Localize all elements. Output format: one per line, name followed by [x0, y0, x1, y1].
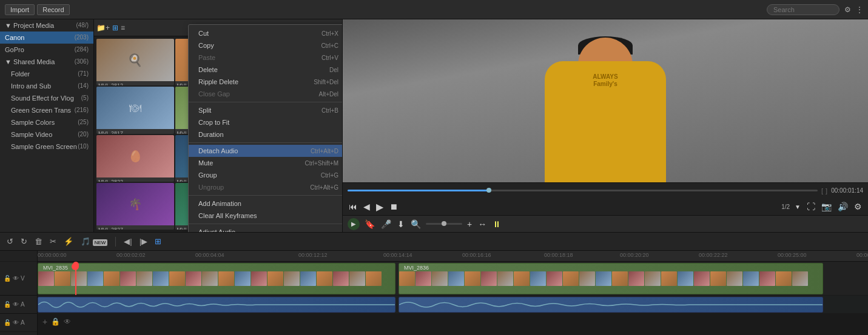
flag-button[interactable]: 🔖 — [363, 219, 376, 229]
mark-out-bracket: ] — [826, 187, 827, 194]
sidebar-item-sound[interactable]: Sound Effect for Vlog (5) — [0, 92, 93, 104]
cut-tl-button[interactable]: ✂ — [48, 237, 58, 246]
video-scene: ALWAYSFamily's — [343, 19, 868, 182]
sidebar-item-green-trans[interactable]: Green Screen Trans (216) — [0, 104, 93, 116]
play-button[interactable]: ▶ — [375, 201, 385, 213]
ctx-delete[interactable]: Delete Del — [189, 64, 343, 76]
track-lock-icon[interactable]: 🔓 — [4, 275, 11, 282]
lock-icon[interactable]: 🔒 — [51, 317, 60, 326]
sidebar-item-label: Canon — [5, 34, 24, 41]
preview-progress[interactable] — [348, 190, 818, 191]
sidebar-item-label: Sample Green Screen — [11, 143, 77, 150]
media-thumb-mvi2812[interactable]: 🍳 MVI_2812 — [96, 39, 174, 85]
eye2-icon[interactable]: 👁 — [64, 317, 71, 326]
fit-button[interactable]: ↔ — [477, 219, 488, 229]
sidebar-item-shared-media[interactable]: ▼ Shared Media (306) — [0, 56, 93, 68]
sidebar-item-label: Green Screen Trans — [11, 107, 71, 114]
pause-render-button[interactable]: ⏸ — [491, 219, 502, 229]
ctx-cut[interactable]: Cut Ctrl+X — [189, 27, 343, 39]
sidebar-item-sample-colors[interactable]: Sample Colors (25) — [0, 116, 93, 128]
ctx-close-gap: Close Gap Alt+Del — [189, 88, 343, 100]
track-eye-icon-a2[interactable]: 👁 — [13, 319, 19, 326]
volume-button[interactable]: 🔊 — [836, 202, 849, 211]
video-clip-2[interactable]: MVI_2836 — [399, 263, 823, 294]
progress-handle[interactable] — [486, 188, 491, 193]
sidebar-item-project-media[interactable]: ▼ Project Media (48/) — [0, 19, 93, 32]
clip-frame — [596, 271, 611, 286]
undo-button[interactable]: ↺ — [5, 237, 15, 246]
timeline-area: ↺ ↻ 🗑 ✂ ⚡ 🎵 NEW ◀| |▶ ⊞ 🔓 👁 V 🔓 👁 A 🔓 — [0, 232, 868, 335]
play-back-button[interactable]: ◀ — [362, 202, 371, 211]
more-icon[interactable]: ⋮ — [856, 5, 863, 14]
ctx-clear-keyframes[interactable]: Clear All Keyframes — [189, 210, 343, 222]
snapshot-button[interactable]: 📷 — [820, 202, 833, 211]
zoom-in-button[interactable]: + — [466, 219, 473, 229]
stop-button[interactable]: ⏹ — [388, 202, 399, 211]
ctx-split[interactable]: Split Ctrl+B — [189, 104, 343, 116]
audio-clip-2[interactable] — [399, 297, 823, 313]
media-thumb-mvi2822[interactable]: 🥚 MVI_2822 — [96, 135, 174, 182]
clip-frame — [186, 271, 201, 286]
clip-frame — [792, 271, 808, 286]
sidebar-item-sample-green[interactable]: Sample Green Screen (10) — [0, 141, 93, 153]
audio-track-row-1 — [38, 296, 868, 314]
prev-marker-button[interactable]: ◀| — [122, 237, 133, 246]
add-folder-icon[interactable]: 📁+ — [96, 24, 110, 32]
sidebar-item-label: Sound Effect for Vlog — [11, 95, 74, 102]
track-lock-icon-a1[interactable]: 🔓 — [4, 301, 11, 308]
track-eye-icon-a1[interactable]: 👁 — [13, 301, 19, 308]
video-person-body: ALWAYSFamily's — [545, 61, 666, 182]
zoom-handle[interactable] — [442, 221, 446, 226]
sidebar-item-gopro[interactable]: GoPro (284) — [0, 44, 93, 56]
mic-button[interactable]: 🎤 — [380, 219, 392, 229]
ctx-adjust-audio[interactable]: Adjust Audio — [189, 226, 343, 232]
video-clip-1[interactable]: MVI_2835 — [38, 263, 395, 294]
split-audio-button[interactable]: 🎵 NEW — [79, 237, 109, 246]
add-track-icon[interactable]: + — [42, 317, 47, 327]
snap-button[interactable]: ⊞ — [153, 237, 163, 246]
track-lock-icon-a2[interactable]: 🔓 — [4, 319, 11, 326]
media-thumb-mvi2827[interactable]: 🌴 MVI_2827 — [96, 183, 174, 230]
search-input[interactable] — [767, 4, 839, 15]
sidebar-item-folder[interactable]: Folder (71) — [0, 68, 93, 80]
zoom-slider[interactable] — [426, 223, 462, 225]
delete-tl-button[interactable]: 🗑 — [33, 237, 44, 246]
ctx-detach-audio[interactable]: Detach Audio Ctrl+Alt+D — [189, 145, 343, 157]
ctx-add-animation[interactable]: Add Animation — [189, 197, 343, 210]
sidebar-item-label: Sample Colors — [11, 119, 55, 126]
thumb-label: MVI_2812 — [96, 81, 174, 85]
ctx-mute[interactable]: Mute Ctrl+Shift+M — [189, 157, 343, 169]
play-circle-button[interactable]: ▶ — [348, 218, 360, 230]
clip-frame — [120, 271, 136, 286]
import-to-timeline-button[interactable]: ⬇ — [396, 219, 406, 229]
sidebar-item-canon[interactable]: Canon (203) — [0, 32, 93, 44]
record-button[interactable]: Record — [37, 4, 69, 15]
clip-frame — [710, 271, 726, 286]
sidebar-item-intro[interactable]: Intro and Sub (14) — [0, 80, 93, 92]
clip-frame — [776, 271, 792, 286]
sidebar-item-sample-video[interactable]: Sample Video (20) — [0, 128, 93, 141]
skip-back-button[interactable]: ⏮ — [348, 202, 358, 211]
media-thumb-mvi2817[interactable]: 🍽 MVI_2817 — [96, 87, 174, 133]
zoom-out-button[interactable]: 🔍 — [409, 219, 422, 229]
effects-button[interactable]: ⚡ — [62, 237, 75, 246]
audio-clip-1[interactable] — [38, 297, 395, 313]
grid-view-icon[interactable]: ⊞ — [112, 24, 118, 32]
redo-button[interactable]: ↻ — [19, 237, 29, 246]
preview-seekbar-row: [ ] 00:00:01:14 — [343, 182, 868, 198]
list-view-icon[interactable]: ≡ — [121, 24, 125, 32]
ctx-crop-to-fit[interactable]: Crop to Fit — [189, 116, 343, 128]
next-marker-button[interactable]: |▶ — [138, 237, 149, 246]
ctx-duration[interactable]: Duration — [189, 128, 343, 141]
ctx-ripple-delete[interactable]: Ripple Delete Shift+Del — [189, 76, 343, 88]
clip-label-1: MVI_2835 — [41, 265, 70, 271]
filter-icon[interactable]: ⚙ — [844, 5, 851, 14]
settings-button[interactable]: ⚙ — [853, 202, 863, 211]
playhead-marker — [72, 263, 79, 270]
ctx-group[interactable]: Group Ctrl+G — [189, 169, 343, 181]
import-button[interactable]: Import — [5, 4, 35, 15]
track-eye-icon[interactable]: 👁 — [13, 275, 19, 282]
fullscreen-button[interactable]: ⛶ — [806, 202, 816, 211]
fraction-down-icon[interactable]: ▼ — [793, 204, 802, 210]
ctx-copy[interactable]: Copy Ctrl+C — [189, 39, 343, 51]
